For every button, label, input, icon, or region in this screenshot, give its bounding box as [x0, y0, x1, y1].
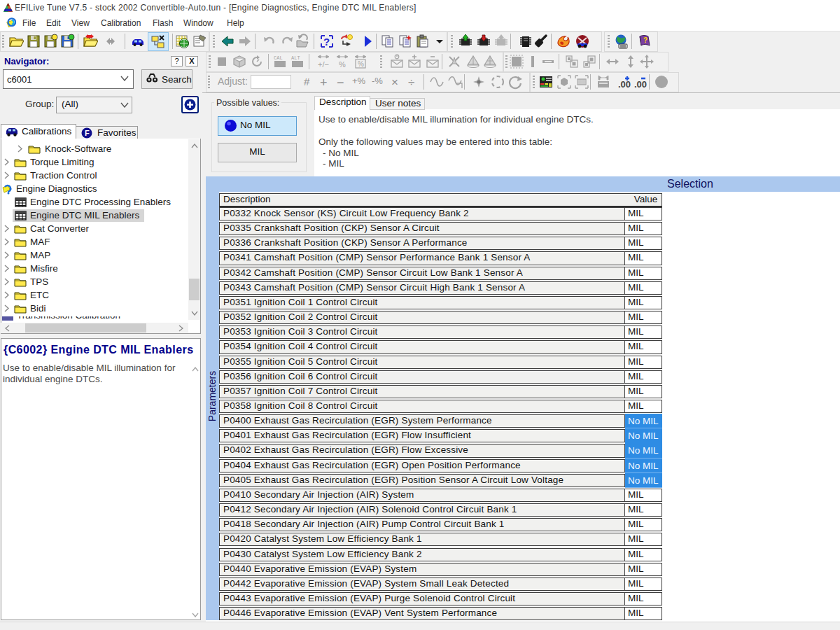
svg-text:CAL: CAL [274, 55, 283, 61]
svg-text:+/−: +/− [318, 60, 329, 69]
svg-text:.00: .00 [634, 79, 647, 90]
svg-text:ALT: ALT [291, 55, 300, 61]
svg-text:F: F [85, 129, 90, 137]
svg-text:%: % [339, 60, 346, 69]
svg-text:.00: .00 [618, 79, 631, 90]
svg-text:?: ? [643, 36, 648, 44]
svg-text:%: % [358, 60, 364, 68]
svg-text:?: ? [323, 36, 330, 48]
